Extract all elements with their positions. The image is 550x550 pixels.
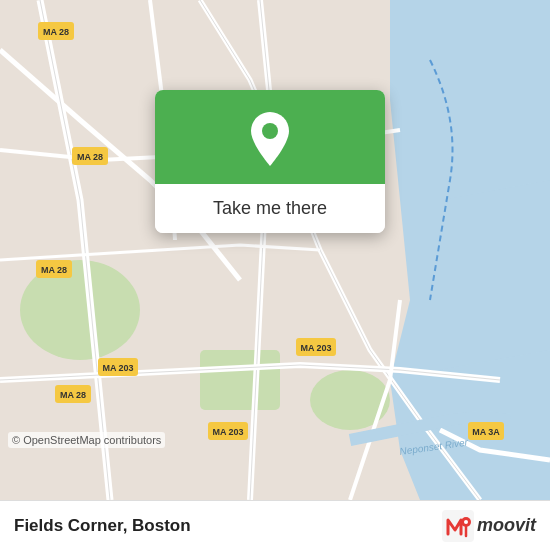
bottom-bar: Fields Corner, Boston moovit (0, 500, 550, 550)
moovit-logo: moovit (442, 510, 536, 542)
moovit-brand-text: moovit (477, 515, 536, 536)
svg-point-24 (464, 520, 468, 524)
popup-header (155, 90, 385, 184)
location-title: Fields Corner, Boston (14, 516, 432, 536)
location-pin-icon (245, 110, 295, 168)
svg-text:MA 203: MA 203 (102, 363, 133, 373)
take-me-there-button[interactable]: Take me there (155, 184, 385, 233)
svg-point-21 (262, 123, 278, 139)
map-background: MA 28 MA 28 MA 28 MA 28 MA 203 MA 203 MA… (0, 0, 550, 500)
svg-text:MA 28: MA 28 (60, 390, 86, 400)
popup-card: Take me there (155, 90, 385, 233)
svg-text:MA 203: MA 203 (212, 427, 243, 437)
moovit-logo-icon (442, 510, 474, 542)
svg-text:MA 28: MA 28 (43, 27, 69, 37)
map-container: MA 28 MA 28 MA 28 MA 28 MA 203 MA 203 MA… (0, 0, 550, 500)
svg-text:MA 28: MA 28 (41, 265, 67, 275)
svg-text:MA 3A: MA 3A (472, 427, 500, 437)
svg-text:MA 28: MA 28 (77, 152, 103, 162)
map-attribution: © OpenStreetMap contributors (8, 432, 165, 448)
svg-text:MA 203: MA 203 (300, 343, 331, 353)
svg-rect-3 (200, 350, 280, 410)
